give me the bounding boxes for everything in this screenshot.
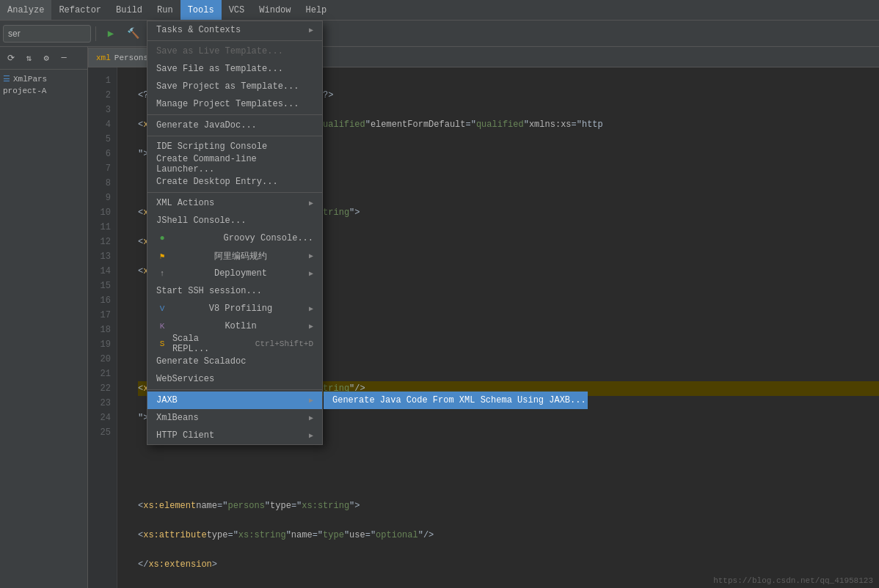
menu-window[interactable]: Window bbox=[252, 0, 298, 20]
menu-save-project-template[interactable]: Save Project as Template... bbox=[147, 78, 322, 95]
sidebar-collapse-btn[interactable]: ─ bbox=[56, 50, 72, 66]
sidebar: ⟳ ⇅ ⚙ ─ ☰ XmlPars project-A bbox=[0, 47, 88, 588]
menu-create-desktop[interactable]: Create Desktop Entry... bbox=[147, 173, 322, 191]
menu-save-live-template: Save as Live Template... bbox=[147, 43, 322, 60]
menu-run[interactable]: Run bbox=[150, 0, 180, 20]
menu-vcs[interactable]: VCS bbox=[222, 0, 252, 20]
menu-manage-templates[interactable]: Manage Project Templates... bbox=[147, 95, 322, 113]
xml-pars-label[interactable]: XmlPars bbox=[13, 75, 47, 84]
editor-gutter bbox=[117, 67, 132, 588]
jaxb-arrow-icon: ▶ bbox=[309, 396, 313, 405]
menu-jaxb[interactable]: JAXB ▶ Generate Java Code From XML Schem… bbox=[147, 392, 322, 409]
jaxb-generate-label: Generate Java Code From XML Schema Using… bbox=[332, 395, 586, 405]
menu-deployment[interactable]: ↑ Deployment ▶ bbox=[147, 265, 322, 282]
menu-generate-scaladoc[interactable]: Generate Scaladoc bbox=[147, 353, 322, 370]
run-button[interactable]: ▶ bbox=[101, 23, 121, 44]
menu-sep-3 bbox=[147, 136, 322, 136]
sidebar-content: ☰ XmlPars project-A bbox=[0, 70, 87, 588]
menu-refactor[interactable]: Refactor bbox=[51, 0, 109, 20]
deployment-icon: ↑ bbox=[156, 268, 168, 279]
kotlin-arrow-icon: ▶ bbox=[309, 322, 313, 331]
sidebar-expand-btn[interactable]: ⇅ bbox=[21, 50, 37, 66]
menu-scala-repl[interactable]: S Scala REPL... Ctrl+Shift+D bbox=[147, 335, 322, 353]
sidebar-settings-btn[interactable]: ⚙ bbox=[38, 50, 54, 66]
menu-sep-5 bbox=[147, 389, 322, 390]
menu-save-file-template[interactable]: Save File as Template... bbox=[147, 60, 322, 78]
menu-webservices[interactable]: WebServices bbox=[147, 370, 322, 388]
menu-kotlin[interactable]: K Kotlin ▶ bbox=[147, 317, 322, 335]
alibaba-arrow-icon: ▶ bbox=[309, 251, 313, 260]
sidebar-sync-btn[interactable]: ⟳ bbox=[3, 50, 19, 66]
kotlin-icon: K bbox=[156, 320, 168, 332]
scala-icon: S bbox=[156, 338, 168, 350]
deployment-arrow-icon: ▶ bbox=[309, 269, 313, 278]
toolbar-separator bbox=[95, 26, 96, 41]
v8-arrow-icon: ▶ bbox=[309, 304, 313, 313]
menu-generate-javadoc[interactable]: Generate JavaDoc... bbox=[147, 117, 322, 134]
menu-v8-profiling[interactable]: V V8 Profiling ▶ bbox=[147, 300, 322, 317]
menu-ide-scripting[interactable]: IDE Scripting Console bbox=[147, 138, 322, 155]
sidebar-toolbar: ⟳ ⇅ ⚙ ─ bbox=[0, 47, 87, 70]
bottom-url: https://blog.csdn.net/qq_41958123 bbox=[713, 576, 873, 585]
menu-sep-2 bbox=[147, 114, 322, 115]
menu-xml-actions[interactable]: XML Actions ▶ bbox=[147, 194, 322, 212]
menu-alibaba[interactable]: ⚑ 阿里编码规约 ▶ bbox=[147, 247, 322, 265]
line-numbers: 1 2 3 4 5 6 7 8 9 10 11 12 13 14 15 16 1… bbox=[88, 67, 117, 588]
toolbar: ▶ 🔨 ↻ ⟲ ⏹ bbox=[0, 21, 879, 47]
groovy-icon: ● bbox=[156, 232, 168, 244]
menu-sep-1 bbox=[147, 40, 322, 41]
menu-analyze[interactable]: Analyze bbox=[0, 0, 51, 20]
v8-icon: V bbox=[156, 303, 168, 315]
menu-build[interactable]: Build bbox=[109, 0, 150, 20]
menu-jshell[interactable]: JShell Console... bbox=[147, 212, 322, 229]
project-label: project-A bbox=[3, 85, 84, 97]
arrow-icon: ▶ bbox=[309, 26, 313, 34]
alibaba-icon: ⚑ bbox=[156, 250, 168, 262]
menu-sep-4 bbox=[147, 192, 322, 193]
menu-start-ssh[interactable]: Start SSH session... bbox=[147, 282, 322, 300]
xmlbeans-arrow-icon: ▶ bbox=[309, 414, 313, 422]
menu-bar: Analyze Refactor Build Run Tools VCS Win… bbox=[0, 0, 879, 21]
menu-tools[interactable]: Tools bbox=[180, 0, 222, 20]
toolbar-search-input[interactable] bbox=[3, 25, 91, 43]
menu-groovy[interactable]: ● Groovy Console... bbox=[147, 229, 322, 247]
tools-menu: Tasks & Contexts ▶ Save as Live Template… bbox=[147, 21, 323, 445]
xml-icon: xml bbox=[96, 54, 111, 62]
build-button[interactable]: 🔨 bbox=[123, 23, 143, 44]
menu-help[interactable]: Help bbox=[299, 0, 335, 20]
menu-create-cmdline[interactable]: Create Command-line Launcher... bbox=[147, 155, 322, 173]
xml-actions-arrow-icon: ▶ bbox=[309, 199, 313, 207]
http-arrow-icon: ▶ bbox=[309, 431, 313, 440]
jaxb-submenu[interactable]: Generate Java Code From XML Schema Using… bbox=[324, 392, 588, 409]
menu-http-client[interactable]: HTTP Client ▶ bbox=[147, 427, 322, 444]
menu-xmlbeans[interactable]: XmlBeans ▶ bbox=[147, 409, 322, 427]
menu-tasks-contexts[interactable]: Tasks & Contexts ▶ bbox=[147, 21, 322, 39]
main-layout: ⟳ ⇅ ⚙ ─ ☰ XmlPars project-A xml Persons.… bbox=[0, 47, 879, 588]
